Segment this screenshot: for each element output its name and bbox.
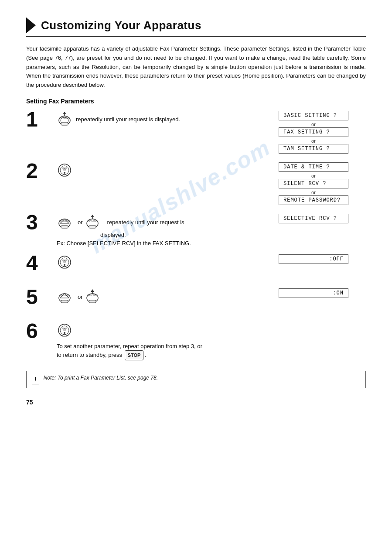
lcd-or-1: or — [279, 122, 348, 127]
resolution-button-icon: RESOLUTION — [57, 214, 72, 231]
lcd-basic-setting: BASIC SETTING ? — [279, 111, 348, 120]
step-3-row: 3 RESOLUTION or FUNCTION — [26, 214, 366, 246]
note-box: ! Note: To print a Fax Parameter List, s… — [26, 371, 366, 388]
step-6-row: 6 START /SET To set another parameter, r… — [26, 322, 366, 360]
step-4-content: START /SET — [57, 254, 279, 271]
step-5-row: 5 RESOLUTION or FUNCTION — [26, 288, 366, 315]
stop-key: STOP — [125, 350, 144, 360]
step-2-row: 2 START /SET DATE & TIME ? or SILENT RCV… — [26, 162, 366, 206]
svg-marker-4 — [63, 112, 66, 114]
note-exclamation-icon: ! — [32, 375, 39, 384]
lcd-tam-setting: TAM SETTING ? — [279, 144, 348, 154]
svg-point-40 — [64, 332, 65, 334]
svg-rect-20 — [89, 226, 96, 228]
svg-rect-11 — [63, 175, 66, 177]
svg-rect-35 — [89, 300, 96, 303]
svg-text:/SET: /SET — [63, 169, 67, 171]
lcd-or-3: or — [279, 173, 348, 178]
step-5-content: RESOLUTION or FUNCTION — [57, 288, 279, 305]
lcd-silent-rcv: SILENT RCV ? — [279, 179, 348, 188]
start-button-icon-4: START /SET — [57, 254, 72, 271]
section-heading: Setting Fax Parameters — [26, 98, 366, 105]
lcd-selective-rcv: SELECTIVE RCV ? — [279, 214, 348, 223]
start-button-icon-6: START /SET — [57, 322, 72, 339]
svg-text:/SET: /SET — [63, 329, 67, 331]
svg-text:FUNCTION: FUNCTION — [87, 294, 97, 297]
step-4-row: 4 START /SET :OFF — [26, 254, 366, 281]
lcd-on: :ON — [279, 288, 348, 298]
page-number: 75 — [26, 399, 366, 406]
step-4-number: 4 — [26, 253, 52, 274]
step-6-content: START /SET To set another parameter, rep… — [57, 322, 366, 360]
svg-point-10 — [64, 172, 65, 174]
page-header: Customizing Your Apparatus — [26, 17, 366, 37]
function-button-icon-5: FUNCTION — [85, 288, 100, 305]
step-2-displays: DATE & TIME ? or SILENT RCV ? or REMOTE … — [279, 162, 366, 206]
step-2-content: START /SET — [57, 162, 279, 179]
svg-text:FUNCTION: FUNCTION — [59, 117, 69, 119]
intro-paragraph: Your facsimile apparatus has a variety o… — [26, 44, 366, 90]
step-3-displays: SELECTIVE RCV ? — [279, 214, 366, 224]
function-button-icon: FUNCTION — [57, 111, 72, 128]
step-1-row: 1 FUNCTION repeatedly until your request… — [26, 111, 366, 154]
step-3-number: 3 — [26, 212, 52, 233]
lcd-date-time: DATE & TIME ? — [279, 162, 348, 172]
svg-point-25 — [64, 264, 65, 266]
step-1-number: 1 — [26, 109, 52, 130]
step-6-text: To set another parameter, repeat operati… — [57, 342, 202, 360]
lcd-fax-setting: FAX SETTING ? — [279, 127, 348, 137]
step-6-icon-row: START /SET — [57, 322, 76, 339]
svg-rect-15 — [61, 226, 68, 228]
page-title: Customizing Your Apparatus — [41, 19, 201, 32]
svg-rect-30 — [61, 300, 68, 303]
step-2-number: 2 — [26, 161, 52, 181]
step-5-displays: :ON — [279, 288, 366, 299]
step-3-content: RESOLUTION or FUNCTION repeatedly — [57, 214, 279, 246]
or-text-5: or — [78, 294, 83, 300]
resolution-button-icon-5: RESOLUTION — [57, 288, 72, 305]
lcd-off: :OFF — [279, 254, 348, 264]
step-3-text-line1: repeatedly until your request is — [107, 218, 184, 227]
svg-text:/SET: /SET — [63, 261, 67, 263]
start-button-icon-2: START /SET — [57, 162, 72, 179]
svg-text:FUNCTION: FUNCTION — [87, 220, 97, 222]
step-1-content: FUNCTION repeatedly until your request i… — [57, 111, 279, 128]
step-3-text-line2: displayed. — [100, 232, 126, 238]
svg-text:RESOLUTION: RESOLUTION — [59, 220, 70, 222]
lcd-or-4: or — [279, 190, 348, 195]
lcd-remote-password: REMOTE PASSWORD? — [279, 195, 348, 205]
svg-marker-19 — [91, 215, 94, 217]
svg-rect-41 — [63, 335, 66, 337]
steps-container: 1 FUNCTION repeatedly until your request… — [26, 111, 366, 360]
step-3-ex: Ex: Choose [SELECTIVE RCV] in the FAX SE… — [57, 240, 191, 246]
svg-text:RESOLUTION: RESOLUTION — [59, 295, 70, 297]
step-3-icons: RESOLUTION or FUNCTION repeatedly — [57, 214, 184, 231]
svg-marker-34 — [91, 289, 94, 292]
note-text: Note: To print a Fax Parameter List, see… — [44, 375, 158, 381]
svg-rect-26 — [63, 267, 66, 269]
function-button-icon-3: FUNCTION — [85, 214, 100, 231]
svg-rect-5 — [61, 123, 68, 125]
step-5-number: 5 — [26, 287, 52, 308]
or-text-3: or — [78, 219, 83, 226]
step-1-displays: BASIC SETTING ? or FAX SETTING ? or TAM … — [279, 111, 366, 154]
step-4-displays: :OFF — [279, 254, 366, 265]
lcd-or-2: or — [279, 138, 348, 144]
step-6-number: 6 — [26, 321, 52, 342]
step-1-text: repeatedly until your request is display… — [76, 115, 180, 124]
header-arrow-icon — [26, 17, 36, 33]
